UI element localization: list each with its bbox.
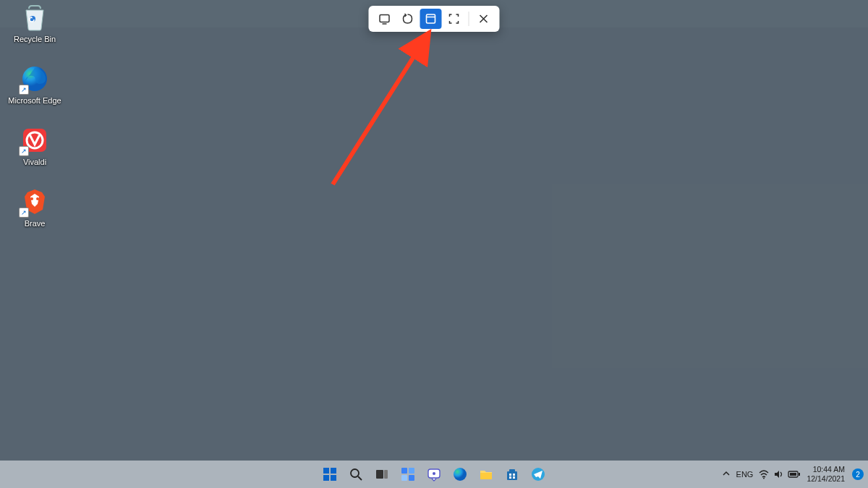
- svg-rect-18: [401, 468, 407, 474]
- fullscreen-snip-button[interactable]: [443, 9, 465, 29]
- svg-rect-29: [513, 474, 515, 476]
- desktop-icon-label: Vivaldi: [23, 158, 46, 167]
- clock-time: 10:44 AM: [807, 465, 845, 474]
- svg-rect-35: [790, 473, 796, 476]
- desktop-icon-vivaldi[interactable]: ↗ Vivaldi: [6, 126, 64, 167]
- battery-icon: [788, 470, 801, 479]
- edge-taskbar-icon[interactable]: [448, 463, 472, 486]
- svg-rect-21: [409, 475, 414, 481]
- desktop-background: Recycle Bin ↗ Mic: [0, 0, 868, 488]
- volume-icon: [773, 469, 783, 479]
- svg-point-4: [30, 197, 33, 200]
- svg-rect-7: [427, 14, 435, 23]
- snipping-tool-toolbar: [369, 6, 500, 32]
- network-volume-battery-group[interactable]: [759, 469, 801, 479]
- system-tray: ENG 10:44 AM 12/14/2021 2: [722, 461, 864, 488]
- svg-point-23: [433, 472, 435, 475]
- desktop-icon-recycle-bin[interactable]: Recycle Bin: [6, 3, 64, 44]
- desktop-icon-brave[interactable]: ↗ Brave: [6, 187, 64, 228]
- svg-rect-16: [376, 470, 383, 479]
- svg-rect-25: [480, 473, 492, 479]
- vivaldi-icon: ↗: [20, 126, 49, 155]
- window-snip-button[interactable]: [420, 9, 442, 29]
- edge-icon: ↗: [20, 64, 49, 93]
- clock-date: 12/14/2021: [807, 474, 845, 484]
- shortcut-overlay-icon: ↗: [19, 85, 29, 95]
- snip-dim-overlay: [0, 27, 868, 461]
- desktop-icon-microsoft-edge[interactable]: ↗ Microsoft Edge: [6, 64, 64, 106]
- telegram-icon[interactable]: [527, 463, 550, 486]
- file-explorer-icon[interactable]: [475, 463, 498, 486]
- wifi-icon: [759, 469, 769, 479]
- tray-overflow-button[interactable]: [722, 469, 731, 479]
- start-button[interactable]: [318, 463, 341, 486]
- desktop-icons-column: Recycle Bin ↗ Mic: [6, 3, 64, 228]
- notification-badge[interactable]: 2: [852, 468, 864, 480]
- svg-rect-36: [799, 473, 800, 476]
- desktop-icon-label: Brave: [25, 219, 46, 228]
- freeform-snip-button[interactable]: [397, 9, 419, 29]
- language-indicator[interactable]: ENG: [736, 470, 754, 479]
- svg-point-33: [763, 478, 765, 479]
- search-button[interactable]: [344, 463, 367, 486]
- svg-rect-31: [513, 476, 515, 479]
- svg-rect-17: [384, 470, 388, 479]
- close-snip-button[interactable]: [473, 9, 495, 29]
- toolbar-divider: [469, 12, 469, 26]
- svg-rect-11: [331, 468, 336, 474]
- svg-rect-30: [509, 476, 511, 479]
- svg-rect-12: [323, 475, 329, 481]
- desktop-icon-label: Recycle Bin: [14, 35, 56, 44]
- svg-line-15: [358, 476, 362, 480]
- svg-rect-20: [401, 475, 407, 481]
- recycle-bin-icon: [20, 3, 49, 32]
- chat-button[interactable]: [422, 463, 446, 486]
- task-view-button[interactable]: [370, 463, 393, 486]
- taskbar-clock[interactable]: 10:44 AM 12/14/2021: [807, 465, 846, 484]
- svg-rect-13: [331, 475, 336, 481]
- taskbar-center-apps: [318, 463, 550, 486]
- shortcut-overlay-icon: ↗: [19, 146, 29, 156]
- svg-point-5: [36, 197, 39, 200]
- svg-rect-26: [507, 471, 517, 480]
- svg-rect-10: [323, 468, 329, 474]
- svg-point-14: [351, 469, 359, 477]
- rectangular-snip-button[interactable]: [374, 9, 396, 29]
- svg-point-24: [454, 468, 467, 481]
- svg-rect-27: [509, 469, 515, 472]
- widgets-button[interactable]: [396, 463, 420, 486]
- svg-rect-6: [380, 15, 389, 22]
- microsoft-store-icon[interactable]: [501, 463, 524, 486]
- svg-rect-28: [509, 474, 511, 476]
- brave-icon: ↗: [20, 187, 49, 216]
- svg-rect-19: [409, 468, 414, 474]
- desktop-icon-label: Microsoft Edge: [8, 96, 61, 106]
- taskbar: ENG 10:44 AM 12/14/2021 2: [0, 461, 868, 488]
- shortcut-overlay-icon: ↗: [19, 207, 29, 218]
